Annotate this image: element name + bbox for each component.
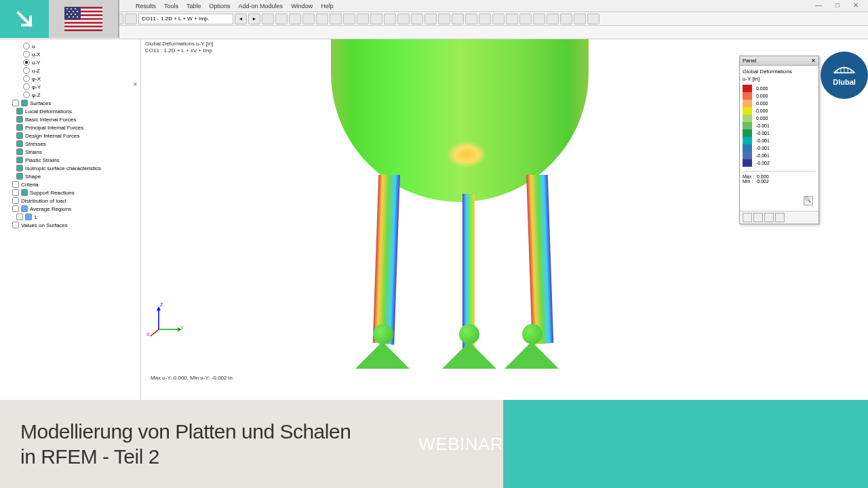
menubar: Results Tools Table Options Add-on Modul… xyxy=(0,0,868,12)
banner-title: Modellierung von Platten und Schalenin R… xyxy=(0,419,351,470)
tb-btn[interactable] xyxy=(384,14,396,24)
tree-phix[interactable]: φ-X xyxy=(3,75,138,83)
tree-values[interactable]: Values on Surfaces xyxy=(3,221,138,229)
menu-addons[interactable]: Add-on Modules xyxy=(239,3,283,9)
menu-tools[interactable]: Tools xyxy=(164,3,178,9)
tb-btn[interactable] xyxy=(370,14,382,24)
viewport-status: Max u-Y: 0.000, Min u-Y: -0.002 in xyxy=(151,375,233,381)
tb-btn[interactable] xyxy=(275,14,288,24)
checkbox-icon xyxy=(12,222,19,228)
tree-label: Distribution of load xyxy=(21,198,66,204)
svg-line-4 xyxy=(151,329,159,336)
tree-close-icon[interactable]: ✕ xyxy=(133,81,138,87)
tb-btn[interactable] xyxy=(506,14,518,24)
tree-phiz[interactable]: φ-Z xyxy=(3,91,138,99)
tree-criteria[interactable]: Criteria xyxy=(3,180,138,188)
results-panel[interactable]: Panel ✕ Global Deformations u-Y [in] 0.0… xyxy=(739,56,819,224)
svg-point-22 xyxy=(68,11,70,12)
tree-surf-item[interactable]: Isotropic surface characteristics xyxy=(3,164,138,172)
tank-leg xyxy=(373,175,400,345)
tree-surf-item[interactable]: Basic Internal Forces xyxy=(3,115,138,123)
radio-icon xyxy=(23,67,30,74)
color-legend: 0.0000.0000.0000.0000.000-0.001-0.001-0.… xyxy=(743,85,816,167)
panel-close-icon[interactable]: ✕ xyxy=(811,58,816,64)
close-button[interactable]: ✕ xyxy=(849,1,863,9)
tb-btn[interactable] xyxy=(302,14,315,24)
support-cone xyxy=(355,342,410,369)
tree-avg-regions[interactable]: Average Regions xyxy=(3,205,138,213)
webinar-banner: Modellierung von Platten und Schalenin R… xyxy=(0,400,868,488)
tree-surf-item[interactable]: Plastic Strains xyxy=(3,156,138,164)
tb-btn[interactable] xyxy=(343,14,355,24)
tree-distribution[interactable]: Distribution of load xyxy=(3,197,138,205)
tree-uy[interactable]: u-Y xyxy=(3,58,138,66)
tb-btn[interactable] xyxy=(587,14,599,24)
tb-btn[interactable] xyxy=(492,14,505,24)
tree-label: φ-Y xyxy=(32,84,41,90)
tb-btn[interactable] xyxy=(316,14,328,24)
tree-u[interactable]: u xyxy=(3,42,138,50)
svg-point-30 xyxy=(77,16,78,18)
tree-label: Criteria xyxy=(21,182,39,188)
svg-rect-15 xyxy=(64,20,102,22)
tree-support[interactable]: Support Reactions xyxy=(3,188,138,197)
pf-btn[interactable] xyxy=(764,213,774,222)
maximize-button[interactable]: □ xyxy=(831,1,844,9)
tb-btn[interactable] xyxy=(560,14,572,24)
window-controls: — □ ✕ xyxy=(811,1,863,9)
tree-surfaces[interactable]: Surfaces xyxy=(3,99,138,107)
pf-btn[interactable] xyxy=(743,213,752,222)
tb-btn[interactable] xyxy=(411,14,423,24)
tree-surf-item[interactable]: Shape xyxy=(3,172,138,180)
tb-btn[interactable] xyxy=(574,14,586,24)
pf-btn[interactable] xyxy=(753,213,763,222)
minimize-button[interactable]: — xyxy=(811,1,826,9)
tree-surf-item[interactable]: Local Deformations xyxy=(3,107,138,115)
tree-surf-item[interactable]: Principal Internal Forces xyxy=(3,123,138,131)
folder-icon xyxy=(16,140,23,147)
tb-btn[interactable] xyxy=(452,14,464,24)
tb-btn[interactable] xyxy=(547,14,559,24)
tb-btn[interactable] xyxy=(397,14,410,24)
tb-btn[interactable] xyxy=(125,14,137,24)
zoom-icon[interactable]: 🔍 xyxy=(804,196,813,205)
tb-btn[interactable] xyxy=(479,14,491,24)
support-cone xyxy=(442,342,496,369)
menu-window[interactable]: Window xyxy=(291,3,313,9)
region-icon xyxy=(21,205,28,212)
tree-ux[interactable]: u-X xyxy=(3,50,138,58)
menu-options[interactable]: Options xyxy=(210,3,231,9)
tb-btn[interactable] xyxy=(289,14,301,24)
menu-table[interactable]: Table xyxy=(186,3,201,9)
checkbox-icon xyxy=(12,100,19,106)
tree-label: φ-Z xyxy=(32,92,41,98)
top-badges xyxy=(0,0,119,38)
tb-btn[interactable] xyxy=(465,14,477,24)
tb-btn[interactable] xyxy=(262,14,274,24)
tree-label: Isotropic surface characteristics xyxy=(25,165,101,171)
load-combo-input[interactable] xyxy=(138,14,233,24)
tree-avg-1[interactable]: 1: xyxy=(3,213,138,221)
svg-point-28 xyxy=(68,16,70,18)
arrow-badge xyxy=(0,0,49,38)
tree-phiy[interactable]: φ-Y xyxy=(3,83,138,91)
tb-btn[interactable] xyxy=(519,14,532,24)
pf-btn[interactable] xyxy=(775,213,785,222)
tb-btn[interactable]: ◄ xyxy=(235,14,247,24)
tb-btn[interactable] xyxy=(330,14,342,24)
tree-label: u-Z xyxy=(32,68,40,74)
tb-btn[interactable] xyxy=(357,14,369,24)
tb-btn[interactable]: ► xyxy=(248,14,260,24)
tree-surf-item[interactable]: Stresses xyxy=(3,140,138,148)
tree-surf-item[interactable]: Design Internal Forces xyxy=(3,131,138,140)
tb-btn[interactable] xyxy=(438,14,450,24)
checkbox-icon xyxy=(12,197,19,204)
tb-btn[interactable] xyxy=(425,14,437,24)
menu-help[interactable]: Help xyxy=(321,3,334,9)
menu-results[interactable]: Results xyxy=(136,3,156,9)
tree-label: Shape xyxy=(25,174,41,180)
tree-uz[interactable]: u-Z xyxy=(3,66,138,75)
tree-surf-item[interactable]: Strains xyxy=(3,148,138,156)
panel-titlebar[interactable]: Panel ✕ xyxy=(740,56,818,66)
tb-btn[interactable] xyxy=(533,14,545,24)
